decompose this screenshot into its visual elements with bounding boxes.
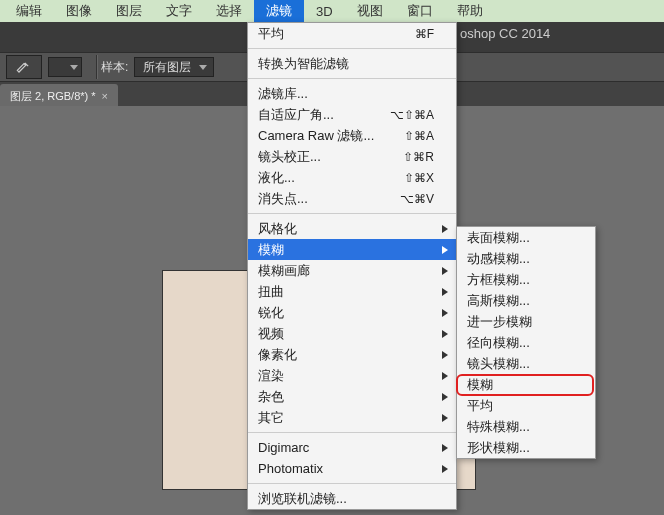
filter-gallery[interactable]: 滤镜库... bbox=[248, 83, 456, 104]
shortcut: ⌥⇧⌘A bbox=[390, 108, 434, 122]
filter-sharpen[interactable]: 锐化 bbox=[248, 302, 456, 323]
submenu-arrow-icon bbox=[442, 263, 448, 278]
separator bbox=[248, 432, 456, 433]
submenu-arrow-icon bbox=[442, 305, 448, 320]
separator bbox=[248, 213, 456, 214]
menu-layer[interactable]: 图层 bbox=[104, 0, 154, 22]
close-icon[interactable]: × bbox=[102, 90, 108, 102]
tool-preset-picker[interactable] bbox=[6, 55, 42, 79]
eyedropper-icon bbox=[14, 59, 34, 75]
filter-noise[interactable]: 杂色 bbox=[248, 386, 456, 407]
filter-other[interactable]: 其它 bbox=[248, 407, 456, 428]
menu-label: 特殊模糊... bbox=[467, 418, 530, 436]
filter-adaptive-wide-angle[interactable]: 自适应广角... ⌥⇧⌘A bbox=[248, 104, 456, 125]
sample-label: 样本: bbox=[101, 59, 128, 76]
shortcut: ⇧⌘R bbox=[403, 150, 434, 164]
menu-label: Digimarc bbox=[258, 440, 309, 455]
menu-label: 滤镜库... bbox=[258, 85, 308, 103]
filter-video[interactable]: 视频 bbox=[248, 323, 456, 344]
menu-label: Camera Raw 滤镜... bbox=[258, 127, 374, 145]
menu-label: 视频 bbox=[258, 325, 284, 343]
menu-label: 模糊 bbox=[467, 376, 493, 394]
submenu-arrow-icon bbox=[442, 347, 448, 362]
menu-label: 模糊 bbox=[258, 241, 284, 259]
menu-image[interactable]: 图像 bbox=[54, 0, 104, 22]
menu-filter[interactable]: 滤镜 bbox=[254, 0, 304, 22]
filter-blur[interactable]: 模糊 bbox=[248, 239, 456, 260]
blur-smart[interactable]: 特殊模糊... bbox=[457, 416, 595, 437]
menu-label: 渲染 bbox=[258, 367, 284, 385]
menu-label: 浏览联机滤镜... bbox=[258, 490, 347, 508]
blur-motion[interactable]: 动感模糊... bbox=[457, 248, 595, 269]
menu-window[interactable]: 窗口 bbox=[395, 0, 445, 22]
separator bbox=[248, 48, 456, 49]
submenu-arrow-icon bbox=[442, 221, 448, 236]
blur-submenu: 表面模糊... 动感模糊... 方框模糊... 高斯模糊... 进一步模糊 径向… bbox=[456, 226, 596, 459]
menu-edit[interactable]: 编辑 bbox=[4, 0, 54, 22]
menu-view[interactable]: 视图 bbox=[345, 0, 395, 22]
shortcut: ⇧⌘X bbox=[404, 171, 434, 185]
menu-type[interactable]: 文字 bbox=[154, 0, 204, 22]
menu-help[interactable]: 帮助 bbox=[445, 0, 495, 22]
submenu-arrow-icon bbox=[442, 461, 448, 476]
filter-lens-correction[interactable]: 镜头校正... ⇧⌘R bbox=[248, 146, 456, 167]
tool-preset-dropdown[interactable] bbox=[48, 57, 82, 77]
filter-render[interactable]: 渲染 bbox=[248, 365, 456, 386]
filter-liquify[interactable]: 液化... ⇧⌘X bbox=[248, 167, 456, 188]
blur-box[interactable]: 方框模糊... bbox=[457, 269, 595, 290]
menu-label: 锐化 bbox=[258, 304, 284, 322]
blur-surface[interactable]: 表面模糊... bbox=[457, 227, 595, 248]
filter-vanishing-point[interactable]: 消失点... ⌥⌘V bbox=[248, 188, 456, 209]
menu-label: Photomatix bbox=[258, 461, 323, 476]
filter-menu-dropdown: 平均 ⌘F 转换为智能滤镜 滤镜库... 自适应广角... ⌥⇧⌘A Camer… bbox=[247, 22, 457, 510]
blur-gaussian[interactable]: 高斯模糊... bbox=[457, 290, 595, 311]
submenu-arrow-icon bbox=[442, 242, 448, 257]
submenu-arrow-icon bbox=[442, 389, 448, 404]
tab-label: 图层 2, RGB/8*) * bbox=[10, 89, 96, 104]
blur-further[interactable]: 进一步模糊 bbox=[457, 311, 595, 332]
filter-distort[interactable]: 扭曲 bbox=[248, 281, 456, 302]
filter-pixelate[interactable]: 像素化 bbox=[248, 344, 456, 365]
shortcut: ⌥⌘V bbox=[400, 192, 434, 206]
menu-label: 转换为智能滤镜 bbox=[258, 55, 349, 73]
menu-label: 液化... bbox=[258, 169, 295, 187]
blur-shape[interactable]: 形状模糊... bbox=[457, 437, 595, 458]
blur-average[interactable]: 平均 bbox=[457, 395, 595, 416]
menu-label: 镜头模糊... bbox=[467, 355, 530, 373]
chevron-down-icon bbox=[70, 65, 78, 70]
blur-lens[interactable]: 镜头模糊... bbox=[457, 353, 595, 374]
submenu-arrow-icon bbox=[442, 410, 448, 425]
filter-browse-online[interactable]: 浏览联机滤镜... bbox=[248, 488, 456, 509]
menu-label: 动感模糊... bbox=[467, 250, 530, 268]
menu-label: 方框模糊... bbox=[467, 271, 530, 289]
menu-label: 平均 bbox=[258, 25, 284, 43]
filter-photomatix[interactable]: Photomatix bbox=[248, 458, 456, 479]
sample-select[interactable]: 所有图层 bbox=[134, 57, 214, 77]
menu-label: 镜头校正... bbox=[258, 148, 321, 166]
submenu-arrow-icon bbox=[442, 440, 448, 455]
document-tab[interactable]: 图层 2, RGB/8*) * × bbox=[0, 84, 118, 106]
app-title: oshop CC 2014 bbox=[460, 26, 550, 41]
menu-label: 形状模糊... bbox=[467, 439, 530, 457]
separator bbox=[248, 483, 456, 484]
filter-digimarc[interactable]: Digimarc bbox=[248, 437, 456, 458]
filter-camera-raw[interactable]: Camera Raw 滤镜... ⇧⌘A bbox=[248, 125, 456, 146]
menu-label: 表面模糊... bbox=[467, 229, 530, 247]
menu-label: 杂色 bbox=[258, 388, 284, 406]
separator bbox=[248, 78, 456, 79]
blur-blur[interactable]: 模糊 bbox=[457, 374, 595, 395]
menu-label: 消失点... bbox=[258, 190, 308, 208]
menu-label: 风格化 bbox=[258, 220, 297, 238]
menu-3d[interactable]: 3D bbox=[304, 2, 345, 21]
menubar: 编辑 图像 图层 文字 选择 滤镜 3D 视图 窗口 帮助 bbox=[0, 0, 664, 22]
blur-radial[interactable]: 径向模糊... bbox=[457, 332, 595, 353]
filter-recent[interactable]: 平均 ⌘F bbox=[248, 23, 456, 44]
filter-blur-gallery[interactable]: 模糊画廊 bbox=[248, 260, 456, 281]
filter-stylize[interactable]: 风格化 bbox=[248, 218, 456, 239]
filter-convert-smart[interactable]: 转换为智能滤镜 bbox=[248, 53, 456, 74]
menu-label: 像素化 bbox=[258, 346, 297, 364]
menu-label: 平均 bbox=[467, 397, 493, 415]
shortcut: ⇧⌘A bbox=[404, 129, 434, 143]
menu-select[interactable]: 选择 bbox=[204, 0, 254, 22]
shortcut: ⌘F bbox=[415, 27, 434, 41]
